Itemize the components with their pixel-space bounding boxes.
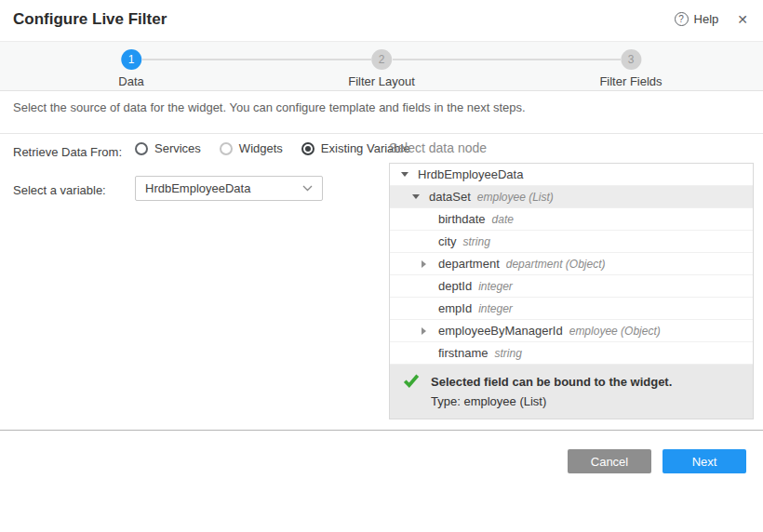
tree-node-label: firstname xyxy=(438,346,488,360)
radio-services[interactable]: Services xyxy=(135,141,201,155)
select-data-node-label: Select data node xyxy=(389,140,487,155)
status-text: Selected field can be bound to the widge… xyxy=(431,372,672,411)
data-node-tree: HrdbEmployeeData dataSet employee (List)… xyxy=(389,163,754,419)
step-number: 1 xyxy=(121,49,141,70)
cancel-button[interactable]: Cancel xyxy=(568,449,651,473)
binding-status: Selected field can be bound to the widge… xyxy=(390,365,753,419)
step-number: 3 xyxy=(621,49,641,70)
select-variable-label: Select a variable: xyxy=(13,183,106,197)
dialog-header: Configure Live Filter ? Help ✕ xyxy=(0,0,763,41)
tree-node-type: employee (List) xyxy=(477,191,554,204)
next-button[interactable]: Next xyxy=(663,449,746,473)
status-line1: Selected field can be bound to the widge… xyxy=(431,372,672,392)
check-icon xyxy=(403,372,420,389)
tree-node-type: integer xyxy=(478,302,513,315)
tree-node-type: integer xyxy=(478,280,513,293)
tree-row[interactable]: employeeByManagerId employee (Object) xyxy=(390,320,753,342)
tree-row[interactable]: empId integer xyxy=(390,298,753,320)
tree-node-label: deptId xyxy=(438,279,472,293)
tree-node-type: string xyxy=(494,347,521,360)
chevron-down-icon xyxy=(412,194,429,199)
step-label: Filter Fields xyxy=(599,74,662,88)
tree-row[interactable]: city string xyxy=(390,231,753,253)
help-icon: ? xyxy=(675,12,689,26)
tree-node-label: empId xyxy=(438,301,472,315)
tree-row[interactable]: HrdbEmployeeData xyxy=(390,164,753,186)
tree-node-type: date xyxy=(492,213,514,226)
header-actions: ? Help ✕ xyxy=(675,12,748,26)
data-source-radio-group: Services Widgets Existing Variable xyxy=(135,141,410,155)
stepper-step[interactable]: 1 Data xyxy=(118,49,143,88)
tree-row[interactable]: birthdate date xyxy=(390,208,753,231)
configure-live-filter-dialog: Configure Live Filter ? Help ✕ 1 Data 2 … xyxy=(0,0,763,532)
radio-label: Widgets xyxy=(239,141,283,155)
help-label: Help xyxy=(694,12,719,26)
stepper-connector xyxy=(142,59,371,60)
radio-label: Services xyxy=(154,141,201,155)
stepper-step[interactable]: 3 Filter Fields xyxy=(599,49,662,88)
step-description: Select the source of data for the widget… xyxy=(13,100,526,114)
tree-node-type: string xyxy=(463,235,490,248)
step-label: Filter Layout xyxy=(348,74,415,88)
tree-node-label: department xyxy=(438,257,500,271)
tree-row[interactable]: firstname string xyxy=(390,342,753,365)
tree-node-label: city xyxy=(438,234,457,248)
variable-select[interactable]: HrdbEmployeeData xyxy=(135,176,323,201)
radio-unselected-icon xyxy=(220,142,233,155)
stepper-step[interactable]: 2 Filter Layout xyxy=(348,49,415,88)
chevron-down-icon xyxy=(302,185,313,192)
wizard-stepper: 1 Data 2 Filter Layout 3 Filter Fields xyxy=(0,41,763,91)
chevron-right-icon xyxy=(422,260,438,268)
page-title: Configure Live Filter xyxy=(13,10,167,29)
step-number: 2 xyxy=(371,49,392,70)
tree-row[interactable]: department department (Object) xyxy=(390,253,753,275)
tree-node-type: employee (Object) xyxy=(569,325,661,338)
tree-row[interactable]: deptId integer xyxy=(390,275,753,298)
divider xyxy=(0,430,763,431)
status-line2: Type: employee (List) xyxy=(431,392,672,411)
chevron-right-icon xyxy=(422,327,438,335)
tree-node-type: department (Object) xyxy=(506,258,606,271)
tree-rows: HrdbEmployeeData dataSet employee (List)… xyxy=(390,164,753,365)
tree-node-label: dataSet xyxy=(429,190,471,204)
step-label: Data xyxy=(118,74,143,88)
chevron-down-icon xyxy=(401,172,418,177)
variable-select-value: HrdbEmployeeData xyxy=(145,181,250,195)
tree-node-label: HrdbEmployeeData xyxy=(418,167,523,181)
radio-unselected-icon xyxy=(135,142,148,155)
tree-row[interactable]: dataSet employee (List) xyxy=(390,186,753,208)
tree-node-label: employeeByManagerId xyxy=(438,324,563,338)
close-icon[interactable]: ✕ xyxy=(737,13,748,26)
divider xyxy=(0,133,763,134)
radio-widgets[interactable]: Widgets xyxy=(220,141,283,155)
help-button[interactable]: ? Help xyxy=(675,12,719,26)
stepper-connector xyxy=(393,59,621,60)
radio-selected-icon xyxy=(301,142,315,155)
retrieve-data-from-label: Retrieve Data From: xyxy=(13,145,122,159)
tree-node-label: birthdate xyxy=(438,212,486,226)
